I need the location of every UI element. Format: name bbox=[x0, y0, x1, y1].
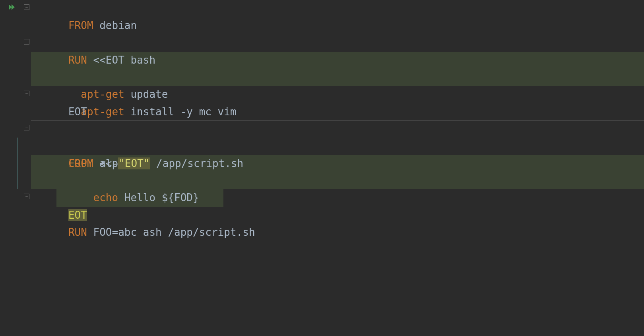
code-token: /app/script.sh bbox=[150, 157, 243, 169]
highlighted-token: "EOT" bbox=[118, 157, 150, 169]
code-line[interactable]: apt-get install -y mc vim bbox=[31, 69, 644, 86]
fold-marker-icon[interactable] bbox=[24, 4, 29, 10]
fold-marker-icon[interactable] bbox=[24, 194, 29, 199]
heredoc-delim: EOT bbox=[68, 106, 87, 118]
code-content[interactable]: FROM debian RUN <<EOT bash apt-get updat… bbox=[31, 0, 644, 336]
code-line[interactable]: RUN <<EOT bash bbox=[31, 35, 644, 52]
code-line[interactable]: FROM debian bbox=[31, 0, 644, 17]
code-token bbox=[68, 88, 81, 100]
command-token: echo bbox=[93, 192, 118, 204]
code-token: <<- bbox=[93, 157, 118, 169]
highlighted-token: EOT bbox=[68, 209, 87, 221]
fold-marker-icon[interactable] bbox=[24, 125, 29, 130]
stage-separator bbox=[31, 120, 644, 121]
code-token: Hello ${FOD} bbox=[118, 192, 199, 204]
heredoc-highlight bbox=[31, 69, 644, 86]
command-token: apt-get bbox=[81, 88, 124, 100]
fold-marker-icon[interactable] bbox=[24, 91, 29, 96]
code-token: FOO=abc ash /app/script.sh bbox=[87, 226, 255, 238]
code-token: bash bbox=[124, 54, 155, 66]
code-line[interactable]: EOT bbox=[31, 172, 644, 189]
change-indicator bbox=[17, 138, 18, 189]
code-line[interactable]: FROM alpine bbox=[31, 120, 644, 138]
code-token: << bbox=[87, 54, 106, 66]
keyword-token: RUN bbox=[68, 226, 87, 238]
code-token: update bbox=[124, 88, 168, 100]
editor-gutter bbox=[0, 0, 31, 336]
heredoc-highlight bbox=[31, 172, 644, 189]
fold-marker-icon[interactable] bbox=[24, 39, 29, 45]
keyword-token: FROM bbox=[68, 19, 93, 31]
code-line[interactable]: COPY <<-"EOT" /app/script.sh bbox=[31, 138, 644, 155]
heredoc-delim: EOT bbox=[106, 54, 124, 66]
keyword-token: RUN bbox=[68, 54, 87, 66]
code-token: install -y mc vim bbox=[124, 106, 237, 118]
code-token: debian bbox=[93, 19, 137, 31]
code-editor[interactable]: FROM debian RUN <<EOT bash apt-get updat… bbox=[0, 0, 644, 336]
keyword-token: COPY bbox=[68, 157, 93, 169]
run-icon[interactable] bbox=[7, 3, 17, 13]
command-token: apt-get bbox=[81, 106, 124, 118]
code-token bbox=[68, 192, 93, 204]
